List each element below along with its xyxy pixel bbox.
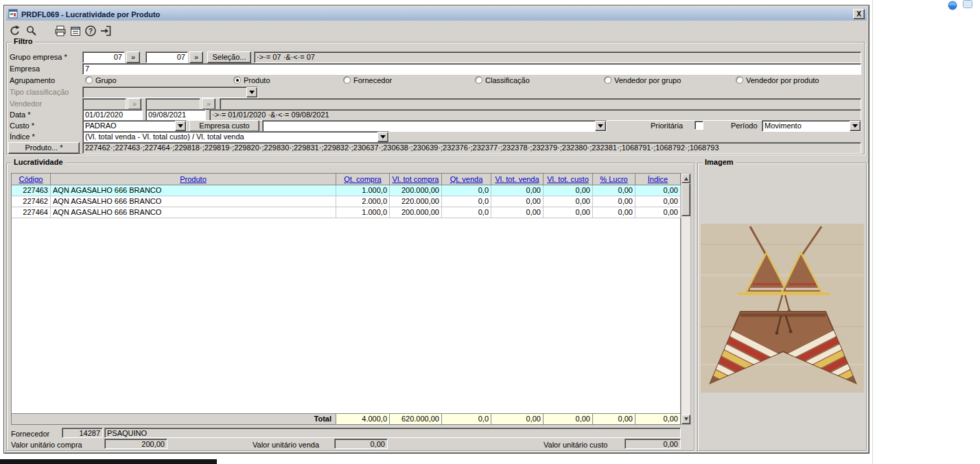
cell-vl-tot-venda[interactable]: 0,00	[491, 207, 544, 218]
cell-vl-tot-custo[interactable]: 0,00	[544, 207, 593, 218]
custo-empresa-dropdown-icon[interactable]	[595, 121, 606, 131]
col-header-vl-tot-compra[interactable]: Vl. tot compra	[390, 174, 442, 185]
total-vl-tot-custo: 0,00	[544, 413, 593, 424]
col-header-qt-venda[interactable]: Qt. venda	[442, 174, 491, 185]
col-header-indice[interactable]: Índice	[635, 174, 681, 185]
imagem-groupbox: Imagem	[697, 163, 867, 451]
fornecedor-code-display: 14287	[62, 428, 103, 438]
periodo-value: Movimento	[765, 121, 802, 130]
custo-label: Custo *	[10, 121, 34, 130]
radio-vendedor-por-produto[interactable]: Vendedor por produto	[736, 76, 819, 84]
help-icon[interactable]: ?	[84, 24, 97, 38]
radio-produto[interactable]: Produto	[233, 76, 270, 84]
cell-produto[interactable]: AQN AGASALHO 666 BRANCO	[51, 207, 336, 218]
close-button[interactable]: X	[853, 9, 865, 19]
col-header-lucro[interactable]: % Lucro	[593, 174, 635, 185]
indice-combo[interactable]: (Vl. total venda - Vl. total custo) / Vl…	[82, 131, 389, 143]
data-to-input[interactable]: 09/08/2021	[145, 109, 206, 121]
screen-divider	[872, 0, 873, 464]
custo-dropdown-icon[interactable]	[175, 121, 186, 131]
cell-vl-tot-compra[interactable]: 220.000,00	[390, 196, 442, 207]
custo-empresa-combo[interactable]	[262, 120, 607, 132]
cell-qt-venda[interactable]: 0,0	[442, 185, 491, 196]
radio-vendedor-por-grupo[interactable]: Vendedor por grupo	[604, 76, 681, 84]
svg-text:?: ?	[89, 27, 93, 35]
cell-qt-compra[interactable]: 1.000,0	[336, 185, 390, 196]
prioritaria-checkbox[interactable]	[695, 121, 703, 130]
scroll-down-icon[interactable]	[681, 415, 690, 424]
cell-produto[interactable]: AQN AGASALHO 666 BRANCO	[51, 185, 336, 196]
cell-indice[interactable]: 0,00	[635, 207, 681, 218]
cell-lucro[interactable]: 0,00	[593, 207, 635, 218]
lucratividade-groupbox: Lucratividade Código Produto Qt. compra …	[6, 163, 695, 451]
grupo-empresa-from-input[interactable]: 07	[82, 51, 125, 63]
data-from-input[interactable]: 01/01/2020	[82, 109, 143, 121]
grid-total-row: Total 4.000,0 620.000,00 0,0 0,00 0,00 0…	[12, 413, 681, 424]
cell-vl-tot-compra[interactable]: 200.000,00	[390, 185, 442, 196]
grid-vertical-scrollbar[interactable]	[681, 173, 691, 425]
cell-qt-compra[interactable]: 1.000,0	[336, 207, 390, 218]
col-header-vl-tot-custo[interactable]: Vl. tot. custo	[544, 174, 593, 185]
total-vl-tot-compra: 620.000,00	[390, 413, 442, 424]
table-row[interactable]: 227463 AQN AGASALHO 666 BRANCO 1.000,0 2…	[12, 185, 681, 196]
grupo-empresa-from-lookup-button[interactable]: »	[126, 51, 140, 63]
grupo-empresa-to-input[interactable]: 07	[145, 51, 188, 63]
table-row[interactable]: 227464 AQN AGASALHO 666 BRANCO 1.000,0 2…	[12, 207, 681, 218]
cell-lucro[interactable]: 0,00	[593, 185, 635, 196]
print-icon[interactable]	[54, 24, 67, 38]
periodo-combo[interactable]: Movimento	[762, 120, 861, 132]
radio-classificacao[interactable]: Classificação	[475, 76, 530, 84]
radio-fornecedor[interactable]: Fornecedor	[343, 76, 392, 84]
search-icon[interactable]	[25, 24, 38, 38]
data-range-display: ·>·= 01/01/2020 ·&·<·= 09/08/2021	[209, 109, 861, 121]
cell-codigo[interactable]: 227462	[12, 196, 51, 207]
cell-qt-compra[interactable]: 2.000,0	[336, 196, 390, 207]
custo-combo[interactable]: PADRAO	[82, 120, 187, 132]
cell-lucro[interactable]: 0,00	[593, 196, 635, 207]
col-header-produto[interactable]: Produto	[51, 174, 336, 185]
table-row[interactable]: 227462 AQN AGASALHO 666 BRANCO 2.000,0 2…	[12, 196, 681, 207]
radio-fornecedor-label: Fornecedor	[353, 76, 392, 84]
periodo-dropdown-icon[interactable]	[850, 121, 861, 131]
total-indice: 0,00	[635, 413, 681, 424]
exit-icon[interactable]	[99, 24, 113, 38]
cell-codigo[interactable]: 227464	[12, 207, 51, 218]
grupo-empresa-to-lookup-button[interactable]: »	[189, 51, 203, 63]
produto-button[interactable]: Produto... *	[8, 142, 80, 154]
empresa-input[interactable]: 7	[82, 63, 861, 75]
scroll-thumb[interactable]	[681, 183, 690, 216]
calendar-icon[interactable]	[69, 24, 82, 38]
selecao-button[interactable]: Seleção...	[207, 51, 251, 63]
col-header-vl-tot-venda[interactable]: Vl. tot. venda	[491, 174, 544, 185]
filtro-groupbox: Filtro Grupo empresa * 07 » 07 » Seleção…	[6, 42, 865, 154]
col-header-qt-compra[interactable]: Qt. compra	[336, 174, 390, 185]
cell-codigo[interactable]: 227463	[12, 185, 51, 196]
undo-icon[interactable]	[8, 24, 22, 38]
cell-vl-tot-custo[interactable]: 0,00	[544, 185, 593, 196]
cell-vl-tot-venda[interactable]: 0,00	[491, 196, 544, 207]
window-icon[interactable]	[963, 0, 972, 10]
cell-vl-tot-custo[interactable]: 0,00	[544, 196, 593, 207]
cell-qt-venda[interactable]: 0,0	[442, 207, 491, 218]
cell-indice[interactable]: 0,00	[635, 185, 681, 196]
radio-grupo[interactable]: Grupo	[85, 76, 117, 84]
cell-vl-tot-compra[interactable]: 200.000,00	[390, 207, 442, 218]
titlebar[interactable]: PRDFL069 - Lucratividade por Produto X	[6, 8, 867, 21]
cell-produto[interactable]: AQN AGASALHO 666 BRANCO	[51, 196, 336, 207]
cell-indice[interactable]: 0,00	[635, 196, 681, 207]
desktop: { "window": { "title": "PRDFL069 - Lucra…	[0, 0, 980, 464]
vendedor-to-lookup-button: »	[202, 98, 215, 110]
empresa-custo-button[interactable]: Empresa custo	[189, 120, 259, 132]
data-label: Data *	[10, 111, 31, 119]
cell-vl-tot-venda[interactable]: 0,00	[491, 185, 544, 196]
browser-icon[interactable]	[948, 1, 957, 12]
indice-dropdown-icon[interactable]	[377, 132, 388, 142]
cell-qt-venda[interactable]: 0,0	[442, 196, 491, 207]
radio-produto-label: Produto	[244, 76, 270, 84]
col-header-codigo[interactable]: Código	[12, 174, 51, 185]
vendedor-from-lookup-button: »	[128, 98, 141, 110]
scroll-up-icon[interactable]	[681, 174, 690, 183]
radio-vendedor-produto-dot	[736, 76, 743, 84]
vendedor-from-input	[82, 98, 126, 110]
tipo-classificacao-label: Tipo classificação	[10, 88, 69, 96]
